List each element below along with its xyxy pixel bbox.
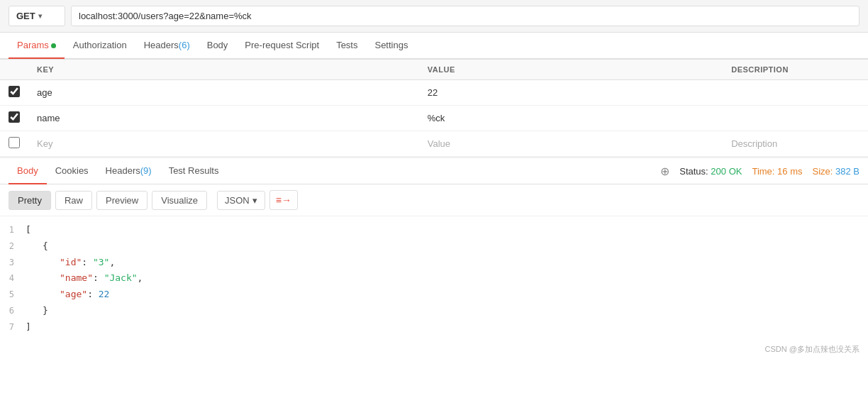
preview-button[interactable]: Preview bbox=[96, 191, 148, 210]
response-status-bar: ⊕ Status: 200 OK Time: 16 ms Size: 382 B bbox=[660, 165, 859, 178]
size-label: Size: 382 B bbox=[812, 166, 859, 177]
tab-authorization[interactable]: Authorization bbox=[65, 33, 135, 59]
row2-value: %ck bbox=[419, 106, 723, 131]
placeholder-checkbox[interactable] bbox=[9, 137, 20, 148]
method-label: GET bbox=[16, 11, 35, 21]
wrap-button[interactable]: ≡→ bbox=[269, 190, 298, 210]
row1-value: 22 bbox=[419, 80, 723, 106]
format-dropdown[interactable]: JSON ▾ bbox=[217, 191, 265, 210]
status-value: 200 OK bbox=[711, 166, 742, 177]
tab-tests[interactable]: Tests bbox=[328, 33, 366, 59]
row2-key: name bbox=[28, 106, 419, 131]
resp-tab-cookies[interactable]: Cookies bbox=[47, 158, 97, 184]
size-value: 382 B bbox=[835, 166, 859, 177]
response-body-controls: Pretty Raw Preview Visualize JSON ▾ ≡→ bbox=[0, 184, 868, 216]
tab-params[interactable]: Params bbox=[9, 33, 65, 59]
col-checkbox bbox=[0, 60, 28, 80]
col-key: KEY bbox=[28, 60, 419, 80]
row1-description bbox=[723, 80, 868, 106]
resp-tab-body[interactable]: Body bbox=[9, 158, 47, 184]
time-label: Time: 16 ms bbox=[752, 166, 802, 177]
pretty-button[interactable]: Pretty bbox=[9, 191, 51, 210]
row2-description bbox=[723, 106, 868, 131]
raw-button[interactable]: Raw bbox=[55, 191, 92, 210]
table-row: name %ck bbox=[0, 106, 868, 131]
placeholder-value-cell: Value bbox=[419, 131, 723, 157]
response-tabs-bar: Body Cookies Headers(9) Test Results ⊕ S… bbox=[0, 158, 868, 184]
code-line-5: 5 "age": 22 bbox=[0, 287, 868, 303]
row2-checkbox-cell bbox=[0, 106, 28, 131]
params-active-dot bbox=[51, 43, 56, 48]
code-line-1: 1 [ bbox=[0, 222, 868, 238]
wrap-icon: ≡→ bbox=[276, 194, 291, 206]
code-line-2: 2 { bbox=[0, 238, 868, 255]
code-line-6: 6 } bbox=[0, 303, 868, 319]
placeholder-checkbox-cell bbox=[0, 131, 28, 157]
row2-checkbox[interactable] bbox=[9, 111, 20, 123]
url-input[interactable] bbox=[71, 6, 859, 26]
status-label: Status: 200 OK bbox=[679, 166, 742, 177]
resp-tab-test-results[interactable]: Test Results bbox=[160, 158, 228, 184]
tab-body[interactable]: Body bbox=[199, 33, 237, 59]
params-table-header: KEY VALUE DESCRIPTION bbox=[0, 60, 868, 80]
tab-settings[interactable]: Settings bbox=[366, 33, 416, 59]
row1-key: age bbox=[28, 80, 419, 106]
watermark: CSDN @多加点辣也没关系 bbox=[0, 341, 868, 359]
params-section: KEY VALUE DESCRIPTION age 22 name %ck bbox=[0, 59, 868, 157]
method-selector[interactable]: GET ▾ bbox=[9, 6, 65, 26]
placeholder-desc-cell: Description bbox=[723, 131, 868, 157]
col-description: DESCRIPTION bbox=[723, 60, 868, 80]
params-table: KEY VALUE DESCRIPTION age 22 name %ck bbox=[0, 59, 868, 157]
code-line-3: 3 "id": "3", bbox=[0, 255, 868, 271]
tab-headers[interactable]: Headers(6) bbox=[135, 33, 199, 59]
response-section: Body Cookies Headers(9) Test Results ⊕ S… bbox=[0, 157, 868, 359]
table-row-placeholder: Key Value Description bbox=[0, 131, 868, 157]
visualize-button[interactable]: Visualize bbox=[152, 191, 207, 210]
row1-checkbox[interactable] bbox=[9, 86, 20, 97]
table-row: age 22 bbox=[0, 80, 868, 106]
dropdown-chevron-icon: ▾ bbox=[252, 195, 257, 206]
url-bar: GET ▾ bbox=[0, 0, 868, 33]
resp-tab-headers[interactable]: Headers(9) bbox=[97, 158, 160, 184]
code-line-4: 4 "name": "Jack", bbox=[0, 270, 868, 287]
tab-prerequest[interactable]: Pre-request Script bbox=[236, 33, 328, 59]
code-view: 1 [ 2 { 3 "id": "3", 4 "name": "Jack", 5 bbox=[0, 216, 868, 341]
placeholder-key-cell: Key bbox=[28, 131, 419, 157]
globe-icon: ⊕ bbox=[660, 165, 669, 178]
col-value: VALUE bbox=[419, 60, 723, 80]
row1-checkbox-cell bbox=[0, 80, 28, 106]
code-line-7: 7 ] bbox=[0, 319, 868, 336]
request-tabs: Params Authorization Headers(6) Body Pre… bbox=[0, 33, 868, 59]
method-chevron-icon: ▾ bbox=[38, 12, 42, 20]
